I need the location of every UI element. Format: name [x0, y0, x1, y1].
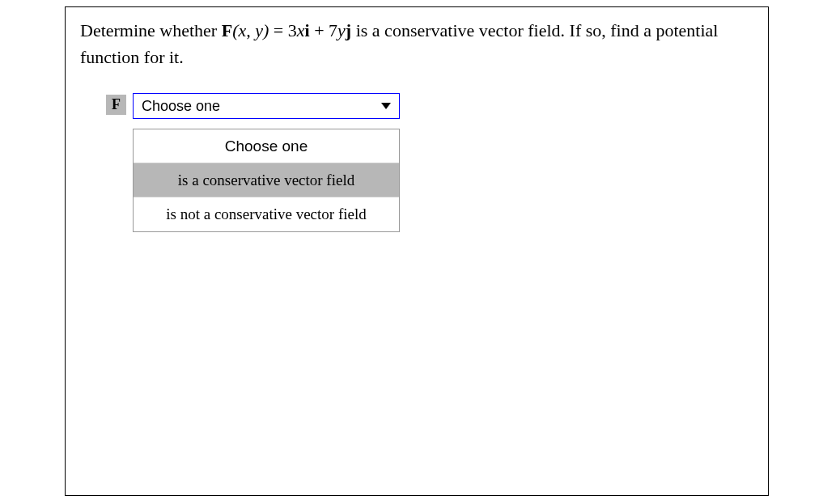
- question-prefix: Determine whether: [80, 20, 222, 40]
- plus-7y: + 7y: [310, 20, 346, 40]
- dropdown-option-not-conservative[interactable]: is not a conservative vector field: [134, 197, 399, 231]
- question-container: Determine whether F(x, y) = 3xi + 7yj is…: [65, 6, 769, 496]
- question-text: Determine whether F(x, y) = 3xi + 7yj is…: [80, 17, 753, 70]
- chevron-down-icon: [381, 103, 391, 109]
- f-label-badge: F: [106, 95, 126, 115]
- dropdown-area: F Choose one Choose one is a conservativ…: [106, 93, 753, 232]
- dropdown-option-header[interactable]: Choose one: [134, 129, 399, 163]
- dropdown-list: Choose one is a conservative vector fiel…: [133, 129, 400, 232]
- dropdown-option-conservative[interactable]: is a conservative vector field: [134, 163, 399, 197]
- dropdown-wrapper: Choose one Choose one is a conservative …: [133, 93, 400, 232]
- eq-3x: = 3x: [269, 20, 304, 40]
- dropdown-select[interactable]: Choose one: [133, 93, 400, 119]
- dropdown-selected-text: Choose one: [142, 98, 220, 115]
- vector-F: F: [222, 20, 232, 40]
- vector-args: (x, y): [232, 20, 269, 40]
